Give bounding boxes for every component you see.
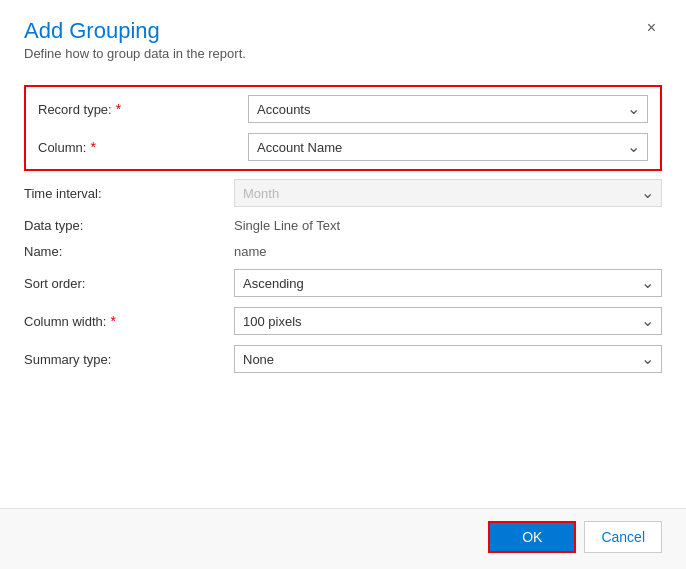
required-fields-section: Record type: * Accounts Column: * (24, 85, 662, 171)
sort-order-select[interactable]: Ascending (234, 269, 662, 297)
column-width-select[interactable]: 100 pixels (234, 307, 662, 335)
ok-button[interactable]: OK (488, 521, 576, 553)
sort-order-row: Sort order: Ascending (24, 269, 662, 297)
cancel-button[interactable]: Cancel (584, 521, 662, 553)
column-row: Column: * Account Name (38, 133, 648, 161)
time-interval-row: Time interval: Month (24, 179, 662, 207)
dialog-body: Record type: * Accounts Column: * (0, 69, 686, 508)
record-type-select[interactable]: Accounts (248, 95, 648, 123)
dialog-footer: OK Cancel (0, 508, 686, 569)
column-control: Account Name (248, 133, 648, 161)
data-type-value: Single Line of Text (234, 217, 662, 233)
record-type-required: * (116, 101, 121, 117)
column-width-label: Column width: * (24, 313, 234, 329)
column-label: Column: * (38, 139, 248, 155)
record-type-select-wrapper: Accounts (248, 95, 648, 123)
dialog-header: Add Grouping Define how to group data in… (0, 0, 686, 69)
data-type-label: Data type: (24, 218, 234, 233)
name-value: name (234, 243, 662, 259)
close-button[interactable]: × (641, 18, 662, 38)
name-row: Name: name (24, 243, 662, 259)
time-interval-control: Month (234, 179, 662, 207)
summary-type-row: Summary type: None (24, 345, 662, 373)
data-type-row: Data type: Single Line of Text (24, 217, 662, 233)
record-type-control: Accounts (248, 95, 648, 123)
column-width-row: Column width: * 100 pixels (24, 307, 662, 335)
summary-type-label: Summary type: (24, 352, 234, 367)
sort-order-control: Ascending (234, 269, 662, 297)
record-type-label: Record type: * (38, 101, 248, 117)
column-required: * (90, 139, 95, 155)
column-width-select-wrapper: 100 pixels (234, 307, 662, 335)
sort-order-label: Sort order: (24, 276, 234, 291)
title-section: Add Grouping Define how to group data in… (24, 18, 246, 61)
add-grouping-dialog: Add Grouping Define how to group data in… (0, 0, 686, 569)
column-width-required: * (110, 313, 115, 329)
name-label: Name: (24, 244, 234, 259)
column-select[interactable]: Account Name (248, 133, 648, 161)
column-width-control: 100 pixels (234, 307, 662, 335)
time-interval-label: Time interval: (24, 186, 234, 201)
column-select-wrapper: Account Name (248, 133, 648, 161)
summary-type-select-wrapper: None (234, 345, 662, 373)
sort-order-select-wrapper: Ascending (234, 269, 662, 297)
record-type-row: Record type: * Accounts (38, 95, 648, 123)
summary-type-select[interactable]: None (234, 345, 662, 373)
time-interval-select[interactable]: Month (234, 179, 662, 207)
dialog-title: Add Grouping (24, 18, 246, 44)
optional-fields-section: Time interval: Month Data type: Single L… (24, 179, 662, 373)
dialog-subtitle: Define how to group data in the report. (24, 46, 246, 61)
summary-type-control: None (234, 345, 662, 373)
time-interval-select-wrapper: Month (234, 179, 662, 207)
